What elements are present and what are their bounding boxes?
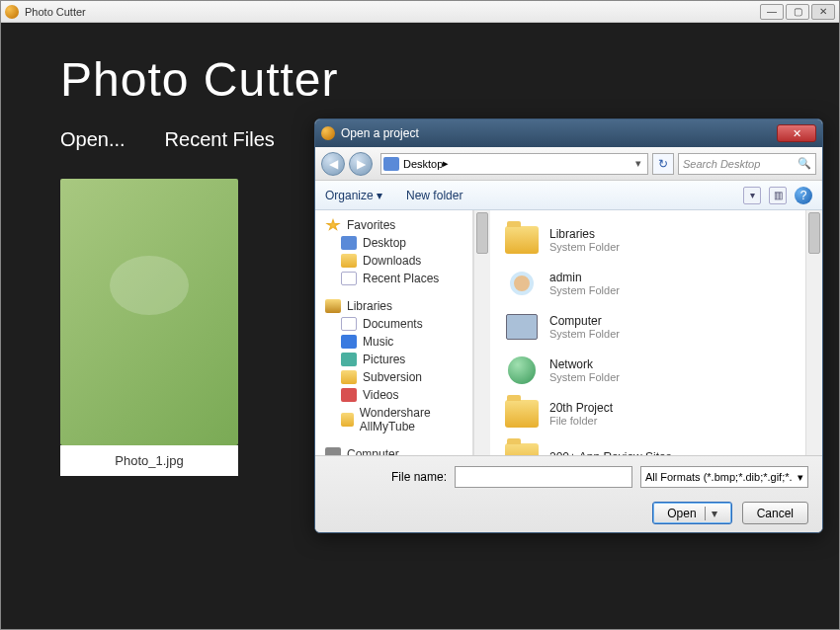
minimize-button[interactable]: —: [760, 4, 784, 20]
filename-label: File name:: [391, 470, 447, 484]
network-icon: [508, 356, 536, 384]
list-item[interactable]: NetworkSystem Folder: [490, 349, 822, 392]
desktop-icon: [383, 157, 399, 171]
libraries-icon: [325, 299, 341, 313]
tree-item-subversion[interactable]: Subversion: [315, 368, 472, 386]
address-dropdown-icon[interactable]: ▾: [631, 157, 645, 170]
tree-item-recent-places[interactable]: Recent Places: [315, 270, 472, 287]
thumbnail-image: [60, 179, 238, 445]
computer-icon: [325, 447, 341, 455]
refresh-button[interactable]: ↻: [652, 153, 674, 175]
tree-item-documents[interactable]: Documents: [315, 315, 472, 333]
cancel-button[interactable]: Cancel: [742, 502, 808, 524]
list-item[interactable]: adminSystem Folder: [490, 262, 822, 305]
search-icon: 🔍: [798, 157, 811, 170]
dialog-footer: File name: All Formats (*.bmp;*.dib;*.gi…: [315, 455, 822, 533]
dialog-icon: [321, 126, 335, 140]
window-title: Photo Cutter: [25, 6, 86, 18]
open-menu[interactable]: Open...: [60, 128, 126, 151]
libraries-icon: [505, 226, 539, 254]
dialog-navbar: ◀ ▶ Desktop ▸ ▾ ↻ Search Desktop 🔍: [315, 147, 822, 181]
desktop-icon: [341, 236, 357, 250]
tree-item-desktop[interactable]: Desktop: [315, 234, 472, 252]
maximize-button[interactable]: ▢: [786, 4, 809, 20]
star-icon: [325, 218, 341, 232]
documents-icon: [341, 317, 357, 331]
filename-input[interactable]: [455, 466, 632, 488]
dialog-close-button[interactable]: ✕: [777, 124, 816, 142]
file-list: LibrariesSystem Folder adminSystem Folde…: [490, 210, 822, 455]
list-item[interactable]: 20th ProjectFile folder: [490, 392, 822, 435]
current-location: Desktop: [403, 158, 443, 170]
dialog-titlebar: Open a project ✕: [315, 119, 822, 147]
tree-item-pictures[interactable]: Pictures: [315, 351, 472, 368]
recent-icon: [341, 272, 357, 285]
computer-icon: [506, 314, 538, 340]
list-item[interactable]: 200+ App Review Sites: [490, 435, 822, 455]
tree-favorites[interactable]: Favorites: [315, 216, 472, 234]
view-mode-button[interactable]: ▾: [743, 187, 761, 204]
new-folder-button[interactable]: New folder: [406, 189, 462, 202]
recent-files-menu[interactable]: Recent Files: [165, 128, 275, 151]
search-input[interactable]: Search Desktop 🔍: [678, 153, 816, 175]
open-split-icon[interactable]: ▾: [705, 507, 717, 520]
pictures-icon: [341, 353, 357, 366]
folder-icon: [505, 443, 539, 455]
user-icon: [510, 272, 534, 295]
tree-item-videos[interactable]: Videos: [315, 386, 472, 404]
tree-scrollbar[interactable]: [473, 210, 490, 455]
titlebar: Photo Cutter — ▢ ✕: [1, 1, 839, 23]
dialog-toolbar: Organize ▾ New folder ▾ ▥ ?: [315, 181, 822, 210]
nav-tree: Favorites Desktop Downloads Recent Place…: [315, 210, 473, 455]
organize-button[interactable]: Organize ▾: [325, 189, 382, 202]
app-title: Photo Cutter: [60, 52, 780, 107]
list-item[interactable]: ComputerSystem Folder: [490, 305, 822, 349]
app-icon: [5, 5, 19, 19]
music-icon: [341, 335, 357, 349]
tree-libraries[interactable]: Libraries: [315, 297, 472, 315]
tree-item-wondershare[interactable]: Wondershare AllMyTube: [315, 404, 472, 435]
preview-pane-button[interactable]: ▥: [769, 187, 787, 204]
nav-forward-button[interactable]: ▶: [349, 152, 373, 176]
address-bar[interactable]: Desktop ▸ ▾: [380, 153, 648, 175]
open-file-dialog: Open a project ✕ ◀ ▶ Desktop ▸ ▾ ↻ Searc…: [314, 118, 823, 533]
nav-back-button[interactable]: ◀: [321, 152, 345, 176]
videos-icon: [341, 388, 357, 402]
search-placeholder: Search Desktop: [683, 158, 760, 170]
list-item[interactable]: LibrariesSystem Folder: [490, 218, 822, 262]
tree-item-downloads[interactable]: Downloads: [315, 252, 472, 270]
help-button[interactable]: ?: [795, 187, 812, 204]
folder-icon: [505, 400, 539, 428]
folder-icon: [341, 370, 357, 384]
chevron-down-icon: ▾: [798, 471, 803, 484]
dialog-title: Open a project: [341, 126, 419, 140]
folder-icon: [341, 413, 354, 427]
open-button[interactable]: Open▾: [652, 502, 731, 524]
folder-icon: [341, 254, 357, 268]
recent-file-card[interactable]: Photo_1.jpg: [60, 179, 238, 476]
tree-item-music[interactable]: Music: [315, 333, 472, 351]
thumbnail-filename: Photo_1.jpg: [60, 445, 238, 476]
tree-computer[interactable]: Computer: [315, 445, 472, 455]
list-scrollbar[interactable]: [805, 210, 822, 455]
close-button[interactable]: ✕: [811, 4, 835, 20]
location-chevron-icon: ▸: [443, 157, 449, 170]
file-filter-dropdown[interactable]: All Formats (*.bmp;*.dib;*.gif;*.▾: [640, 466, 808, 488]
